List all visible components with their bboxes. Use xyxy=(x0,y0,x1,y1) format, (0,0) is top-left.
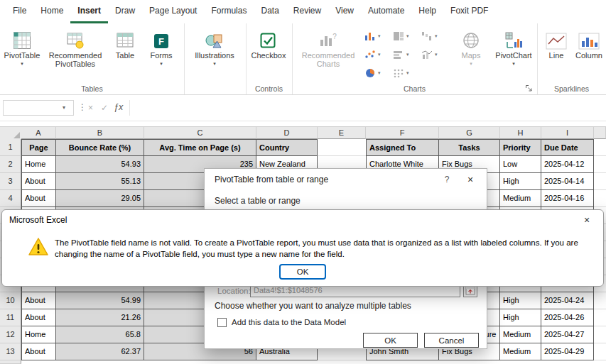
row-header-1[interactable]: 1 xyxy=(0,139,21,156)
cell-A2[interactable]: Home xyxy=(21,156,56,173)
cell-J13[interactable] xyxy=(594,343,606,360)
cell-I10[interactable]: 2025-04-24 xyxy=(541,292,594,309)
cell-J12[interactable] xyxy=(594,326,606,343)
formula-input[interactable] xyxy=(129,100,605,116)
column-header-A[interactable]: A xyxy=(21,126,56,139)
pivot-ok-button[interactable]: OK xyxy=(363,333,418,348)
confirm-entry-icon[interactable]: ✓ xyxy=(101,103,108,113)
recommended-charts-button[interactable]: ? Recommended Charts xyxy=(295,26,362,68)
cell-A10[interactable]: About xyxy=(21,292,56,309)
cell-H12[interactable]: Medium xyxy=(500,326,541,343)
cell-H1[interactable]: Priority xyxy=(500,139,541,156)
tab-automate[interactable]: Automate xyxy=(361,0,411,23)
tab-page-layout[interactable]: Page Layout xyxy=(142,0,204,23)
cell-G1[interactable]: Tasks xyxy=(439,139,500,156)
tab-help[interactable]: Help xyxy=(411,0,443,23)
row-header-4[interactable]: 4 xyxy=(0,190,21,207)
insert-function-icon[interactable]: ƒx xyxy=(114,102,123,112)
cell-A4[interactable]: About xyxy=(21,190,56,207)
row-header-13[interactable]: 13 xyxy=(0,343,21,360)
chart-type-points-button[interactable]: ▾ xyxy=(393,66,409,80)
data-model-checkbox[interactable] xyxy=(217,318,227,327)
close-icon[interactable]: × xyxy=(461,169,480,190)
pivot-cancel-button[interactable]: Cancel xyxy=(424,333,479,348)
chart-type-waterfall-button[interactable]: ▾ xyxy=(421,29,438,43)
cell-H10[interactable]: High xyxy=(500,292,541,309)
cell-H11[interactable]: High xyxy=(500,309,541,326)
cell-I11[interactable]: 2025-04-26 xyxy=(541,309,594,326)
cell-A13[interactable]: About xyxy=(21,343,56,360)
cell-C1[interactable]: Avg. Time on Page (s) xyxy=(144,139,256,156)
cell-H4[interactable]: Medium xyxy=(500,190,541,207)
cell-J4[interactable] xyxy=(594,190,606,207)
cell-B1[interactable]: Bounce Rate (%) xyxy=(56,139,144,156)
cell-I3[interactable]: 2025-04-14 xyxy=(541,173,594,190)
table-button[interactable]: Table xyxy=(108,26,142,60)
column-header-I[interactable]: I xyxy=(541,126,594,139)
checkbox-button[interactable]: Checkbox xyxy=(247,26,290,60)
chart-type-pie-button[interactable]: ▾ xyxy=(364,66,381,80)
cell-J11[interactable] xyxy=(594,309,606,326)
tab-view[interactable]: View xyxy=(328,0,361,23)
select-all-corner[interactable] xyxy=(0,126,22,140)
cell-F1[interactable]: Assigned To xyxy=(366,139,439,156)
sparkline-line-button[interactable]: Line xyxy=(541,26,571,60)
tab-data[interactable]: Data xyxy=(254,0,286,23)
cell-B12[interactable]: 65.8 xyxy=(56,326,144,343)
cell-I13[interactable]: 2025-04-29 xyxy=(541,343,594,360)
cell-I1[interactable]: Due Date xyxy=(541,139,594,156)
row-header-11[interactable]: 11 xyxy=(0,309,21,326)
chart-type-combo-button[interactable]: ▾ xyxy=(421,48,438,62)
column-header-G[interactable]: G xyxy=(439,126,500,139)
tab-review[interactable]: Review xyxy=(286,0,328,23)
cell-A1[interactable]: Page xyxy=(21,139,56,156)
cell-J3[interactable] xyxy=(594,173,606,190)
recommended-pivottables-button[interactable]: Recommended PivotTables xyxy=(43,26,108,68)
maps-button[interactable]: Maps ▾ xyxy=(454,26,488,67)
error-ok-button[interactable]: OK xyxy=(279,264,326,280)
cell-I2[interactable]: 2025-04-12 xyxy=(541,156,594,173)
illustrations-button[interactable]: Illustrations ▾ xyxy=(187,26,242,67)
cell-J1[interactable] xyxy=(594,139,606,156)
cell-B10[interactable]: 54.99 xyxy=(56,292,144,309)
row-header-2[interactable]: 2 xyxy=(0,156,21,173)
tab-insert[interactable]: Insert xyxy=(70,0,108,23)
column-header-D[interactable]: D xyxy=(256,126,318,139)
tab-draw[interactable]: Draw xyxy=(108,0,142,23)
cell-D1[interactable]: Country xyxy=(256,139,318,156)
cell-I12[interactable]: 2025-04-27 xyxy=(541,326,594,343)
cell-H3[interactable]: High xyxy=(500,173,541,190)
cell-J10[interactable] xyxy=(594,292,606,309)
cell-A12[interactable]: Home xyxy=(21,326,56,343)
row-header-14[interactable] xyxy=(0,360,21,364)
cell-J2[interactable] xyxy=(594,156,606,173)
tab-formulas[interactable]: Formulas xyxy=(204,0,254,23)
row-header-3[interactable]: 3 xyxy=(0,173,21,190)
cell-B2[interactable]: 54.93 xyxy=(56,156,144,173)
column-header-B[interactable]: B xyxy=(56,126,144,139)
tab-file[interactable]: File xyxy=(6,0,33,23)
cell-A3[interactable]: About xyxy=(21,173,56,190)
cell-E1[interactable] xyxy=(318,139,366,156)
help-icon[interactable]: ? xyxy=(440,169,454,190)
cell-I4[interactable]: 2025-04-16 xyxy=(541,190,594,207)
column-header-H[interactable]: H xyxy=(500,126,541,139)
close-icon[interactable]: × xyxy=(573,210,600,230)
column-header-extra[interactable] xyxy=(594,126,606,139)
chart-type-hierarchy-button[interactable]: ▾ xyxy=(393,29,409,43)
column-header-E[interactable]: E xyxy=(318,126,366,139)
column-header-C[interactable]: C xyxy=(144,126,256,139)
pivottable-button[interactable]: PivotTable ▾ xyxy=(1,26,43,67)
chart-type-bar-button[interactable]: ▾ xyxy=(393,48,409,62)
cancel-entry-icon[interactable]: × xyxy=(88,103,93,113)
name-box-chevron-icon[interactable]: ▾ xyxy=(63,104,65,111)
chart-type-column-button[interactable]: ▾ xyxy=(364,29,381,43)
pivotchart-button[interactable]: PivotChart ▾ xyxy=(492,26,535,67)
charts-dialog-launcher-icon[interactable] xyxy=(525,82,534,91)
sparkline-column-button[interactable]: Column xyxy=(573,26,605,60)
cell-H13[interactable]: Medium xyxy=(500,343,541,360)
column-header-F[interactable]: F xyxy=(366,126,439,139)
row-header-10[interactable]: 10 xyxy=(0,292,21,309)
tab-foxit-pdf[interactable]: Foxit PDF xyxy=(443,0,495,23)
row-header-12[interactable]: 12 xyxy=(0,326,21,343)
